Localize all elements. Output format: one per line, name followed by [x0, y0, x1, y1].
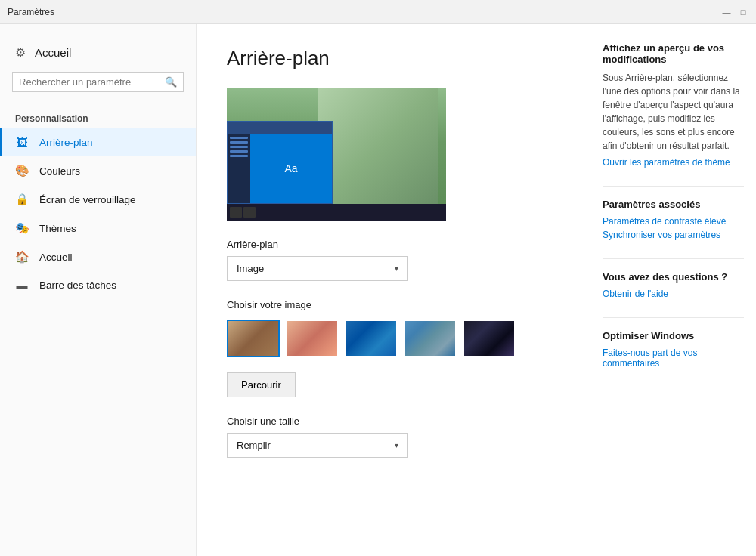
- preview-taskbar-btn-2: [243, 207, 256, 218]
- background-select-value: Image: [237, 263, 264, 274]
- page-title: Arrière-plan: [227, 47, 559, 70]
- right-link-feedback[interactable]: Faites-nous part de vos commentaires: [603, 348, 744, 369]
- sidebar-item-label: Accueil: [39, 252, 73, 263]
- preview-image: Aa: [227, 88, 446, 221]
- preview-window-main: Aa: [250, 134, 332, 203]
- sidebar-item-themes[interactable]: 🎭 Thèmes: [0, 214, 196, 242]
- thumbnail-1[interactable]: [227, 320, 280, 357]
- sidebar-item-accueil[interactable]: 🏠 Accueil: [0, 242, 196, 271]
- preview-window-content: Aa: [228, 134, 332, 203]
- sidebar-home-label: Accueil: [35, 46, 71, 59]
- size-field-label: Choisir une taille: [227, 415, 559, 427]
- titlebar: Paramètres — □: [0, 0, 756, 24]
- sidebar-item-label: Couleurs: [39, 165, 80, 177]
- thumb-img-5: [464, 321, 514, 356]
- right-section-optimize: Optimiser Windows Faites-nous part de vo…: [603, 330, 744, 369]
- thumb-img-2: [287, 321, 337, 356]
- sidebar-item-couleurs[interactable]: 🎨 Couleurs: [0, 156, 196, 185]
- right-section-1-desc: Sous Arrière-plan, sélectionnez l'une de…: [603, 71, 744, 153]
- sidebar-item-label: Arrière-plan: [39, 137, 93, 148]
- minimize-button[interactable]: —: [721, 7, 732, 17]
- thumbnail-5[interactable]: [463, 320, 516, 357]
- choose-image-label: Choisir votre image: [227, 299, 559, 310]
- chevron-down-icon: ▾: [395, 264, 398, 273]
- divider-1: [603, 186, 744, 187]
- titlebar-controls: — □: [721, 7, 748, 17]
- image-thumbnails: [227, 320, 559, 357]
- right-section-4-title: Optimiser Windows: [603, 330, 744, 341]
- thumbnail-4[interactable]: [404, 320, 457, 357]
- accueil-icon: 🏠: [15, 250, 29, 264]
- right-link-sync[interactable]: Synchroniser vos paramètres: [603, 230, 744, 240]
- right-section-3-title: Vous avez des questions ?: [603, 271, 744, 283]
- right-section-associated: Paramètres associés Paramètres de contra…: [603, 199, 744, 240]
- window: Paramètres — □ ⚙ Accueil 🔍 Personnalisat…: [0, 0, 756, 556]
- sidebar: ⚙ Accueil 🔍 Personnalisation 🖼 Arrière-p…: [0, 24, 197, 556]
- preview-sidebar-bar-1: [230, 137, 248, 139]
- home-gear-icon: ⚙: [15, 45, 26, 60]
- ecran-verrouillage-icon: 🔒: [15, 193, 29, 206]
- content-area: ⚙ Accueil 🔍 Personnalisation 🖼 Arrière-p…: [0, 24, 756, 556]
- size-chevron-icon: ▾: [395, 441, 398, 449]
- right-section-help: Vous avez des questions ? Obtenir de l'a…: [603, 271, 744, 299]
- background-select[interactable]: Image ▾: [227, 256, 408, 281]
- sidebar-item-ecran-verrouillage[interactable]: 🔒 Écran de verrouillage: [0, 185, 196, 214]
- right-link-theme-settings[interactable]: Ouvrir les paramètres de thème: [603, 157, 744, 168]
- sidebar-item-label: Écran de verrouillage: [39, 194, 136, 205]
- maximize-button[interactable]: □: [738, 7, 748, 17]
- preview-taskbar: [227, 204, 446, 221]
- couleurs-icon: 🎨: [15, 164, 29, 178]
- sidebar-item-label: Barre des tâches: [39, 280, 116, 291]
- preview-sidebar-bar-2: [230, 141, 248, 144]
- sidebar-home-item[interactable]: ⚙ Accueil: [0, 39, 196, 72]
- background-field-label: Arrière-plan: [227, 239, 559, 250]
- right-link-help[interactable]: Obtenir de l'aide: [603, 289, 744, 299]
- barre-taches-icon: ▬: [15, 279, 29, 292]
- sidebar-section-label: Personnalisation: [0, 107, 196, 128]
- right-section-1-title: Affichez un aperçu de vos modifications: [603, 42, 744, 65]
- preview-window: Aa: [227, 121, 333, 204]
- thumb-img-4: [405, 321, 455, 356]
- thumb-img-1: [228, 321, 278, 356]
- preview-sidebar-bar-3: [230, 146, 248, 148]
- sidebar-item-arriere-plan[interactable]: 🖼 Arrière-plan: [0, 128, 196, 156]
- preview-person: [318, 88, 439, 204]
- right-panel: Affichez un aperçu de vos modifications …: [590, 24, 756, 556]
- preview-window-sidebar: [228, 134, 250, 203]
- preview-window-titlebar: [228, 122, 332, 134]
- size-select[interactable]: Remplir ▾: [227, 433, 408, 458]
- thumbnail-2[interactable]: [286, 320, 339, 357]
- browse-button[interactable]: Parcourir: [227, 372, 296, 397]
- right-section-preview: Affichez un aperçu de vos modifications …: [603, 42, 744, 168]
- right-link-high-contrast[interactable]: Paramètres de contraste élevé: [603, 216, 744, 227]
- right-section-2-title: Paramètres associés: [603, 199, 744, 210]
- preview-aa-text: Aa: [284, 162, 297, 175]
- search-box[interactable]: 🔍: [12, 72, 184, 92]
- preview-taskbar-btn-1: [230, 207, 242, 218]
- main-content: Arrière-plan: [197, 24, 590, 556]
- sidebar-item-barre-taches[interactable]: ▬ Barre des tâches: [0, 271, 196, 299]
- search-input[interactable]: [19, 76, 165, 88]
- divider-3: [603, 317, 744, 318]
- thumbnail-3[interactable]: [345, 320, 398, 357]
- size-select-value: Remplir: [237, 440, 271, 451]
- window-title: Paramètres: [8, 7, 54, 17]
- thumb-img-3: [346, 321, 396, 356]
- arriere-plan-icon: 🖼: [15, 136, 29, 149]
- search-icon: 🔍: [165, 76, 177, 88]
- preview-sidebar-bar-5: [230, 155, 248, 157]
- divider-2: [603, 258, 744, 259]
- themes-icon: 🎭: [15, 221, 29, 235]
- sidebar-item-label: Thèmes: [39, 223, 76, 234]
- preview-sidebar-bar-4: [230, 150, 248, 153]
